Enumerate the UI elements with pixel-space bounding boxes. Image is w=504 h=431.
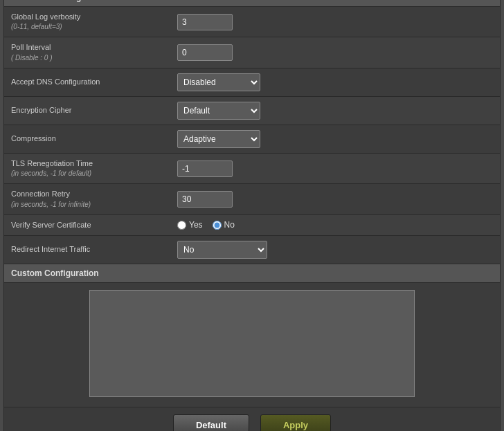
poll-interval-row: Poll Interval ( Disable : 0 ) [4, 37, 500, 68]
global-log-label-cell: Global Log verbosity (0-11, default=3) [4, 7, 170, 37]
global-log-value-cell [170, 7, 500, 37]
custom-config-textarea[interactable] [89, 290, 415, 397]
poll-interval-label-cell: Poll Interval ( Disable : 0 ) [4, 37, 170, 68]
redirect-internet-label: Redirect Internet Traffic [11, 244, 163, 255]
tls-renegotiation-sublabel: (in seconds, -1 for default) [11, 169, 163, 178]
custom-config-header: Custom Configuration [4, 264, 500, 283]
verify-server-cert-yes-radio[interactable] [177, 221, 186, 230]
compression-row: Compression Adaptive Yes No [4, 125, 500, 153]
verify-server-cert-value-cell: Yes No [170, 214, 500, 235]
advanced-settings-header: Advanced Settings [4, 0, 500, 7]
verify-server-cert-row: Verify Server Certificate Yes No [4, 214, 500, 235]
accept-dns-select[interactable]: Disabled Enabled [177, 73, 260, 91]
global-log-input[interactable] [177, 14, 233, 30]
custom-config-title: Custom Configuration [11, 268, 99, 278]
apply-button[interactable]: Apply [260, 414, 331, 431]
accept-dns-label-cell: Accept DNS Configuration [4, 68, 170, 96]
custom-config-section: Custom Configuration [4, 264, 500, 407]
verify-server-cert-label-cell: Verify Server Certificate [4, 214, 170, 235]
tls-renegotiation-row: TLS Renegotiation Time (in seconds, -1 f… [4, 153, 500, 183]
verify-server-cert-no-radio[interactable] [213, 221, 222, 230]
verify-server-cert-no-label[interactable]: No [213, 220, 235, 230]
tls-renegotiation-label: TLS Renegotiation Time [11, 158, 163, 169]
tls-renegotiation-input[interactable] [177, 161, 233, 177]
button-row: Default Apply [4, 407, 500, 431]
custom-config-body [4, 283, 500, 407]
connection-retry-label-cell: Connection Retry (in seconds, -1 for inf… [4, 184, 170, 214]
compression-label-cell: Compression [4, 125, 170, 153]
accept-dns-row: Accept DNS Configuration Disabled Enable… [4, 68, 500, 96]
default-button[interactable]: Default [173, 414, 249, 431]
encryption-cipher-label: Encryption Cipher [11, 105, 163, 116]
connection-retry-sublabel: (in seconds, -1 for infinite) [11, 200, 163, 210]
settings-table: Global Log verbosity (0-11, default=3) P… [4, 7, 500, 264]
encryption-cipher-label-cell: Encryption Cipher [4, 96, 170, 125]
section-title: Advanced Settings [11, 0, 86, 2]
poll-interval-value-cell [170, 37, 500, 68]
compression-select[interactable]: Adaptive Yes No [177, 130, 260, 148]
redirect-internet-value-cell: No Yes Policy Rules [170, 235, 500, 264]
accept-dns-label: Accept DNS Configuration [11, 77, 163, 87]
connection-retry-value-cell [170, 184, 500, 214]
connection-retry-label: Connection Retry [11, 189, 163, 199]
compression-value-cell: Adaptive Yes No [170, 125, 500, 153]
poll-interval-input[interactable] [177, 44, 233, 61]
main-container: Advanced Settings Global Log verbosity (… [3, 0, 501, 431]
tls-renegotiation-label-cell: TLS Renegotiation Time (in seconds, -1 f… [4, 153, 170, 183]
connection-retry-input[interactable] [177, 191, 233, 208]
global-log-sublabel: (0-11, default=3) [11, 22, 163, 32]
encryption-cipher-select[interactable]: Default AES-128-CBC AES-256-CBC BF-CBC [177, 102, 260, 120]
redirect-internet-select[interactable]: No Yes Policy Rules [177, 241, 267, 259]
encryption-cipher-row: Encryption Cipher Default AES-128-CBC AE… [4, 96, 500, 125]
verify-server-cert-yes-label[interactable]: Yes [177, 220, 203, 230]
tls-renegotiation-value-cell [170, 153, 500, 183]
redirect-internet-row: Redirect Internet Traffic No Yes Policy … [4, 235, 500, 264]
compression-label: Compression [11, 134, 163, 144]
connection-retry-row: Connection Retry (in seconds, -1 for inf… [4, 184, 500, 214]
verify-server-cert-label: Verify Server Certificate [11, 220, 163, 230]
poll-interval-label: Poll Interval [11, 42, 163, 53]
global-log-row: Global Log verbosity (0-11, default=3) [4, 7, 500, 37]
verify-server-cert-radio-group: Yes No [177, 220, 493, 230]
poll-interval-sublabel: ( Disable : 0 ) [11, 53, 163, 63]
accept-dns-value-cell: Disabled Enabled [170, 68, 500, 96]
global-log-label: Global Log verbosity [11, 12, 163, 22]
encryption-cipher-value-cell: Default AES-128-CBC AES-256-CBC BF-CBC [170, 96, 500, 125]
redirect-internet-label-cell: Redirect Internet Traffic [4, 235, 170, 264]
